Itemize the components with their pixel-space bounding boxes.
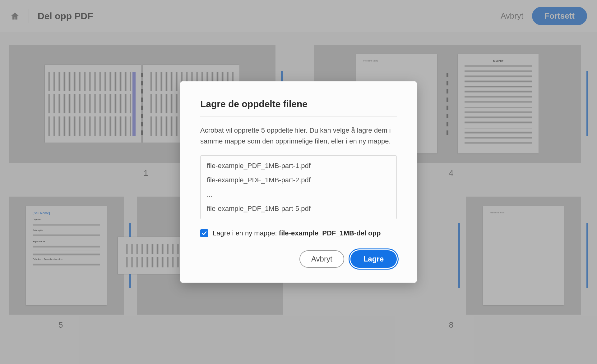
output-file-item: file-example_PDF_1MB-part-1.pdf [207, 159, 390, 173]
save-new-folder-row[interactable]: Lagre i en ny mappe: file-example_PDF_1M… [200, 229, 397, 237]
output-file-ellipsis: ... [207, 187, 390, 202]
modal-overlay: Lagre de oppdelte filene Acrobat vil opp… [0, 0, 597, 364]
output-file-list: file-example_PDF_1MB-part-1.pdf file-exa… [200, 155, 397, 219]
modal-save-button[interactable]: Lagre [350, 250, 397, 268]
output-file-item: file-example_PDF_1MB-part-5.pdf [207, 202, 390, 216]
save-new-folder-checkbox[interactable] [200, 229, 208, 237]
save-new-folder-label: Lagre i en ny mappe: file-example_PDF_1M… [213, 229, 381, 237]
save-split-modal: Lagre de oppdelte filene Acrobat vil opp… [180, 81, 417, 282]
modal-cancel-button[interactable]: Avbryt [299, 250, 344, 268]
modal-title: Lagre de oppdelte filene [200, 99, 397, 116]
output-file-item: file-example_PDF_1MB-part-2.pdf [207, 173, 390, 187]
checkmark-icon [201, 230, 207, 236]
modal-description: Acrobat vil opprette 5 oppdelte filer. D… [200, 125, 397, 146]
modal-actions: Avbryt Lagre [200, 250, 397, 268]
